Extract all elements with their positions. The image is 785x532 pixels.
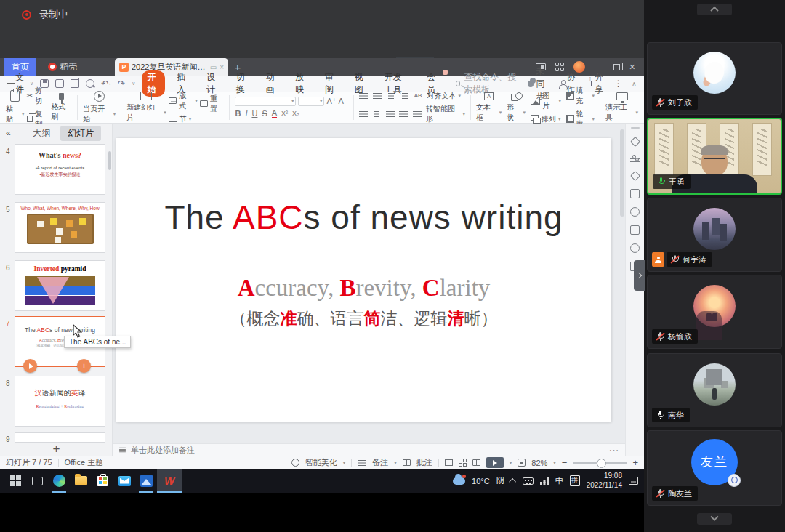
- panel-scrollbar[interactable]: [108, 151, 111, 170]
- edge-browser-button[interactable]: [48, 469, 70, 493]
- notes-toggle[interactable]: 备注: [372, 457, 388, 468]
- add-slide-button[interactable]: +: [0, 442, 113, 456]
- menu-tab-membership[interactable]: 会员: [422, 70, 445, 97]
- scroll-down-button[interactable]: [697, 513, 732, 525]
- mail-button[interactable]: [113, 469, 135, 493]
- zoom-out-button[interactable]: −: [562, 457, 568, 468]
- slide-thumbnail-4[interactable]: What's news? •A report of recent events•…: [15, 144, 105, 195]
- print-icon[interactable]: [71, 79, 79, 88]
- slide-scrollbar[interactable]: [620, 129, 624, 217]
- text-box-button[interactable]: A 文本框▾: [476, 92, 502, 123]
- numbered-list-icon[interactable]: [373, 92, 382, 100]
- participant-tile[interactable]: 友兰 陶友兰: [647, 430, 782, 506]
- help-clock-icon[interactable]: [630, 207, 640, 217]
- fit-slide-icon[interactable]: [518, 459, 526, 467]
- ime-layout-badge[interactable]: 拼: [570, 475, 580, 486]
- format-painter-button[interactable]: 格式刷: [51, 93, 72, 122]
- italic-button[interactable]: I: [245, 109, 247, 118]
- picture-button[interactable]: 图片▾: [531, 91, 561, 111]
- shapes-button[interactable]: 形状▾: [507, 92, 526, 123]
- zoom-slider[interactable]: [573, 462, 627, 464]
- slide-thumbnail-5[interactable]: Who, What, When, Where, Why, How: [15, 202, 105, 253]
- scroll-up-button[interactable]: [697, 4, 732, 15]
- zoom-level[interactable]: 82%: [531, 459, 547, 467]
- task-view-button[interactable]: [26, 469, 48, 493]
- justify-icon[interactable]: [399, 110, 407, 118]
- strikethrough-button[interactable]: S: [262, 109, 267, 118]
- thumbnail-play-button[interactable]: [23, 359, 37, 373]
- participant-tile[interactable]: 刘子欣: [647, 42, 782, 115]
- effects-star-icon[interactable]: [629, 171, 640, 181]
- menu-tab-review[interactable]: 审阅: [320, 70, 343, 97]
- cut-button[interactable]: ✂剪切: [27, 86, 49, 106]
- shrink-font-button[interactable]: A⁻: [339, 97, 348, 106]
- photos-app-button[interactable]: [135, 469, 157, 493]
- menu-tab-slideshow[interactable]: 放映: [290, 70, 313, 97]
- underline-button[interactable]: U: [251, 109, 257, 118]
- comments-icon[interactable]: [403, 459, 411, 466]
- participant-tile[interactable]: 何宇涛: [647, 198, 782, 272]
- participant-tile[interactable]: 杨愉欣: [647, 275, 782, 349]
- smart-beautify-button[interactable]: 智能美化: [305, 457, 337, 468]
- text-direction-button[interactable]: AB: [414, 92, 422, 99]
- network-signal-icon[interactable]: [540, 477, 549, 485]
- zoom-in-button[interactable]: +: [632, 457, 638, 468]
- slide-thumbnail-6[interactable]: Inverted pyramid: [15, 260, 105, 311]
- increase-indent-icon[interactable]: [400, 92, 409, 100]
- normal-view-icon[interactable]: [445, 459, 453, 466]
- ms-store-button[interactable]: [92, 469, 113, 493]
- save-icon[interactable]: [40, 79, 49, 88]
- grow-font-button[interactable]: A⁺: [326, 97, 336, 106]
- tab-outline[interactable]: 大纲: [25, 126, 57, 141]
- rail-handle[interactable]: [631, 127, 640, 129]
- subscript-button[interactable]: X₂: [292, 110, 299, 117]
- bold-button[interactable]: B: [235, 109, 241, 118]
- font-family-select[interactable]: ▾: [235, 97, 296, 106]
- decrease-indent-icon[interactable]: [387, 92, 395, 100]
- tab-docer[interactable]: 稻壳: [36, 58, 89, 76]
- undo-icon[interactable]: ↶·: [101, 78, 111, 89]
- current-slide[interactable]: The ABCs of news writing Accuracy, Brevi…: [116, 138, 611, 422]
- reset-button[interactable]: 重置: [200, 94, 225, 114]
- collapse-ribbon-icon[interactable]: ∧: [632, 80, 637, 88]
- weather-condition[interactable]: 阴: [496, 475, 504, 486]
- slide-thumbnail-9[interactable]: [15, 432, 105, 443]
- panel-collapse-button[interactable]: «: [6, 128, 11, 138]
- action-center-icon[interactable]: [629, 477, 638, 485]
- comments-toggle[interactable]: 批注: [416, 457, 432, 468]
- section-button[interactable]: 节▾: [169, 114, 198, 124]
- participant-tile[interactable]: 南华: [647, 353, 782, 427]
- tab-slides[interactable]: 幻灯片: [60, 126, 101, 141]
- superscript-button[interactable]: X²: [281, 110, 288, 117]
- play-from-current-button[interactable]: 当页开始▾: [83, 91, 116, 124]
- menu-tab-animation[interactable]: 动画: [261, 70, 284, 97]
- start-button[interactable]: [4, 469, 26, 493]
- bullet-list-icon[interactable]: [359, 92, 368, 100]
- redo-icon[interactable]: ↷: [118, 78, 125, 89]
- print-preview-icon[interactable]: [86, 79, 94, 88]
- slideshow-play-button[interactable]: [486, 457, 504, 468]
- theme-name[interactable]: Office 主题: [65, 457, 104, 468]
- presentation-tools-button[interactable]: 演示工具▾: [605, 92, 638, 123]
- slide-thumbnail-8[interactable]: 汉语新闻的英译 Reorganizing + Rephrasing: [15, 376, 105, 427]
- beautify-rocket-icon[interactable]: [629, 137, 640, 147]
- ime-language[interactable]: 中: [555, 475, 563, 486]
- duplicate-icon[interactable]: [630, 189, 640, 198]
- reading-view-icon[interactable]: [472, 459, 480, 466]
- file-explorer-button[interactable]: [70, 469, 92, 493]
- taskbar-clock[interactable]: 19:08 2022/11/14: [587, 472, 622, 490]
- participant-tile-speaking[interactable]: 王勇: [647, 118, 782, 195]
- font-color-button[interactable]: A: [272, 109, 277, 118]
- quick-access-caret[interactable]: ∨: [132, 81, 135, 86]
- menu-tab-transition[interactable]: 切换: [231, 70, 254, 97]
- to-smartart-button[interactable]: 转智能图形▾: [426, 104, 465, 124]
- navigate-compass-icon[interactable]: [630, 243, 640, 253]
- line-spacing-icon[interactable]: [413, 110, 421, 118]
- thumbnail-add-button[interactable]: +: [77, 359, 91, 373]
- sorter-view-icon[interactable]: [459, 459, 467, 467]
- align-left-icon[interactable]: [359, 110, 367, 118]
- touch-keyboard-icon[interactable]: [523, 477, 534, 485]
- arrange-button[interactable]: 排列▾: [531, 114, 561, 124]
- weather-cloud-icon[interactable]: [453, 477, 465, 485]
- fill-button[interactable]: 填充▾: [566, 86, 595, 106]
